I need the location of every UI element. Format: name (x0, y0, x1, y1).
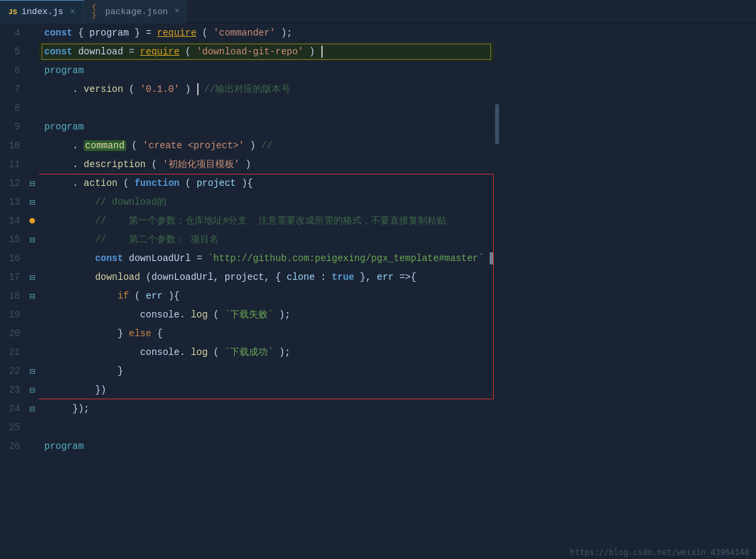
code-line-20: } else { (39, 324, 494, 343)
line-num-7: 7 (0, 80, 20, 99)
line-num-8: 8 (0, 99, 20, 117)
tab-close-pkg[interactable]: × (174, 7, 179, 16)
fold-7 (25, 80, 39, 99)
fold-24[interactable]: ⊟ (25, 399, 39, 418)
fold-21 (25, 343, 39, 362)
command-highlight: command (84, 140, 126, 151)
tab-index-js[interactable]: JS index.js × (0, 0, 84, 23)
line-num-9: 9 (0, 117, 20, 136)
code-line-24: }); (39, 399, 494, 418)
tab-package-json[interactable]: { } package.json × (84, 0, 188, 23)
code-line-9: program (39, 117, 494, 136)
line-num-26: 26 (0, 437, 20, 456)
status-url: https://blog.csdn.net/weixin_43964148 (570, 546, 749, 559)
line-num-5: 5 (0, 42, 20, 61)
code-line-4: const { program } = require ( 'commander… (39, 23, 494, 42)
fold-26 (25, 437, 39, 456)
fold-5 (25, 42, 39, 61)
tab-label-index: index.js (21, 7, 63, 17)
line-num-24: 24 (0, 399, 20, 418)
scrollbar-thumb[interactable] (495, 104, 499, 144)
code-content[interactable]: const { program } = require ( 'commander… (39, 23, 494, 559)
fold-18[interactable]: ⊟ (25, 287, 39, 305)
selection-region: . action ( function ( project ){ // down… (39, 174, 494, 399)
kw-const-4: const (44, 28, 72, 38)
fold-14 (25, 211, 39, 230)
code-line-19: console. log ( `下载失败` ); (39, 305, 494, 324)
fold-25 (25, 418, 39, 437)
kw-const-5: const (44, 46, 72, 57)
code-line-25 (39, 418, 494, 437)
editor-main: 4 5 6 7 8 9 10 11 12 13 14 15 16 17 18 1… (0, 23, 500, 559)
line-num-19: 19 (0, 305, 20, 324)
code-line-5: const download = require ( 'download-git… (39, 42, 494, 61)
line-numbers: 4 5 6 7 8 9 10 11 12 13 14 15 16 17 18 1… (0, 23, 25, 559)
line-num-12: 12 (0, 174, 20, 193)
tab-bar: JS index.js × { } package.json × (0, 0, 756, 23)
code-line-11: . description ( '初始化项目模板' ) (39, 155, 494, 174)
editor-area: 4 5 6 7 8 9 10 11 12 13 14 15 16 17 18 1… (0, 23, 756, 559)
line-num-21: 21 (0, 343, 20, 362)
code-line-7: . version ( '0.1.0' ) //输出对应的版本号 (39, 80, 494, 99)
fold-column: ⊟ ⊟ ⊟ ⊟ ⊟ ⊟ ⊟ ⊟ (25, 23, 39, 559)
code-line-22: } (39, 362, 494, 380)
line-num-4: 4 (0, 23, 20, 42)
tab-close-index[interactable]: × (70, 7, 74, 17)
line-num-10: 10 (0, 136, 20, 155)
code-line-8 (39, 99, 494, 117)
require-fn-5: require (140, 46, 180, 57)
js-file-icon: JS (8, 7, 17, 17)
fold-20 (25, 324, 39, 343)
fold-19 (25, 305, 39, 324)
code-line-13: // download的 (39, 193, 494, 211)
line-num-13: 13 (0, 193, 20, 211)
pkg-file-icon: { } (92, 7, 101, 16)
require-fn-4: require (157, 28, 197, 38)
code-line-6: program (39, 61, 494, 80)
code-line-12: . action ( function ( project ){ (39, 174, 494, 193)
fold-11 (25, 155, 39, 174)
fold-4 (25, 23, 39, 42)
fold-23[interactable]: ⊟ (25, 380, 39, 399)
line-num-6: 6 (0, 61, 20, 80)
code-line-18: if ( err ){ (39, 287, 494, 305)
fold-15[interactable]: ⊟ (25, 230, 39, 249)
line-num-15: 15 (0, 230, 20, 249)
line-num-22: 22 (0, 362, 20, 380)
fold-16 (25, 249, 39, 268)
code-line-26: program (39, 437, 494, 456)
code-line-14: // 第一个参数：仓库地址#分支 注意需要改成所需的格式，不要直接复制粘贴 (39, 211, 494, 230)
code-line-10: . command ( 'create <project>' ) // (39, 136, 494, 155)
line-num-23: 23 (0, 380, 20, 399)
fold-6 (25, 61, 39, 80)
code-line-15: // 第二个参数： 项目名 (39, 230, 494, 249)
fold-8 (25, 99, 39, 117)
code-line-23: }) (39, 380, 494, 399)
line-num-17: 17 (0, 268, 20, 287)
line-num-11: 11 (0, 155, 20, 174)
fold-22[interactable]: ⊟ (25, 362, 39, 380)
line-num-25: 25 (0, 418, 20, 437)
fold-17[interactable]: ⊟ (25, 268, 39, 287)
line-num-16: 16 (0, 249, 20, 268)
line-num-20: 20 (0, 324, 20, 343)
tab-label-pkg: package.json (105, 7, 168, 17)
fold-12[interactable]: ⊟ (25, 174, 39, 193)
code-line-16: const downLoadUrl = `http://github.com:p… (39, 249, 494, 268)
fold-9 (25, 117, 39, 136)
line-num-14: 14 (0, 211, 20, 230)
line-num-18: 18 (0, 287, 20, 305)
fold-13[interactable]: ⊟ (25, 193, 39, 211)
code-line-21: console. log ( `下载成功` ); (39, 343, 494, 362)
fold-10 (25, 136, 39, 155)
scrollbar[interactable] (494, 23, 500, 559)
code-line-17: download (downLoadUrl, project, { clone … (39, 268, 494, 287)
